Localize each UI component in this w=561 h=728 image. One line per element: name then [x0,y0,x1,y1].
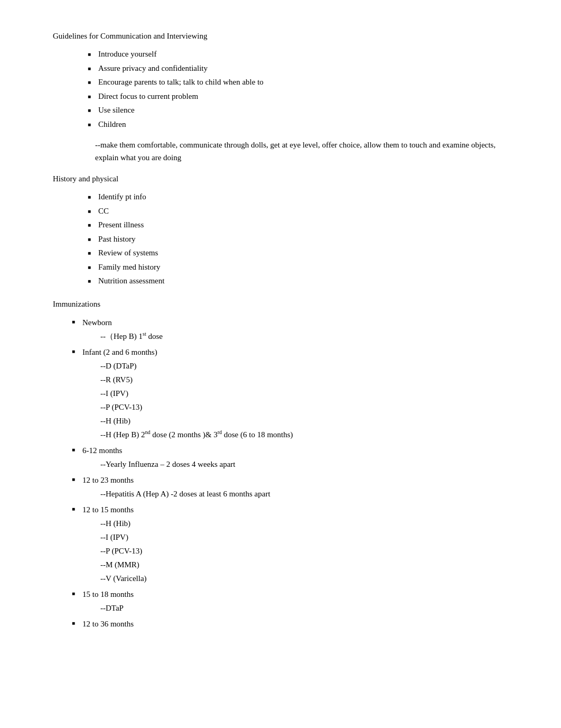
guidelines-list: ■ Introduce yourself ■ Assure privacy an… [53,48,519,130]
imm-sub: --I (IPV) [53,387,519,400]
list-item: ■ Identify pt info [85,191,519,203]
bullet-text: Use silence [98,104,135,116]
bullet-icon: ■ [69,318,78,326]
bullet-text: Children [98,118,126,131]
imm-sub: --P (PCV-13) [53,545,519,557]
imm-item: ■ 12 to 23 months [53,474,519,486]
imm-item: ■ 12 to 15 months [53,503,519,516]
bullet-icon: ■ [85,193,94,201]
imm-15-18: ■ 15 to 18 months --DTaP [53,588,519,614]
bullet-icon: ■ [85,78,94,86]
imm-12-23: ■ 12 to 23 months --Hepatitis A (Hep A) … [53,474,519,500]
imm-item: ■ Newborn [53,316,519,329]
list-item: ■ Children [85,118,519,131]
bullet-icon: ■ [85,106,94,114]
bullet-text: CC [98,205,109,217]
list-item: ■ CC [85,205,519,217]
bullet-text: Direct focus to current problem [98,90,198,103]
imm-sub: --D (DTaP) [53,360,519,372]
bullet-icon: ■ [85,221,94,229]
bullet-icon: ■ [85,121,94,128]
bullet-icon: ■ [85,249,94,257]
imm-label: 12 to 36 months [82,618,134,630]
bullet-icon: ■ [69,347,78,356]
imm-sub: --H (Hep B) 2nd dose (2 months )& 3rd do… [53,428,519,441]
bullet-icon: ■ [85,93,94,100]
imm-label: 6-12 months [82,444,122,457]
list-item: ■ Encourage parents to talk; talk to chi… [85,76,519,88]
list-item: ■ Present illness [85,219,519,231]
bullet-icon: ■ [69,589,78,598]
imm-sub: --P (PCV-13) [53,401,519,413]
section-history: History and physical ■ Identify pt info … [53,174,519,287]
list-item: ■ Nutrition assessment [85,275,519,287]
bullet-icon: ■ [85,64,94,72]
bullet-text: Past history [98,233,135,245]
bullet-text: Encourage parents to talk; talk to child… [98,76,264,88]
imm-sub: --Yearly Influenza – 2 doses 4 weeks apa… [53,458,519,471]
imm-newborn: ■ Newborn --（Hep B) 1st dose [53,316,519,343]
list-item: ■ Direct focus to current problem [85,90,519,103]
imm-item: ■ 6-12 months [53,444,519,457]
imm-infant: ■ Infant (2 and 6 months) --D (DTaP) --R… [53,346,519,441]
bullet-icon: ■ [69,619,78,628]
imm-sub: --（Hep B) 1st dose [53,330,519,343]
list-item: ■ Review of systems [85,247,519,259]
imm-item: ■ 12 to 36 months [53,618,519,630]
imm-sub: --I (IPV) [53,531,519,543]
imm-label: Newborn [82,316,112,329]
list-item: ■ Introduce yourself [85,48,519,60]
imm-label: 15 to 18 months [82,588,134,601]
bullet-icon: ■ [69,446,78,454]
bullet-icon: ■ [85,50,94,58]
imm-label: 12 to 15 months [82,503,134,516]
imm-12-36: ■ 12 to 36 months [53,618,519,630]
history-list: ■ Identify pt info ■ CC ■ Present illnes… [53,191,519,287]
imm-label: 12 to 23 months [82,474,134,486]
list-item: ■ Family med history [85,261,519,273]
imm-sub: --R (RV5) [53,373,519,386]
bullet-text: Present illness [98,219,144,231]
section-guidelines: Guidelines for Communication and Intervi… [53,32,519,164]
bullet-text: Family med history [98,261,161,273]
bullet-text: Introduce yourself [98,48,156,60]
bullet-icon: ■ [69,505,78,513]
guidelines-heading: Guidelines for Communication and Intervi… [53,32,519,41]
bullet-icon: ■ [85,235,94,243]
imm-sub: --H (Hib) [53,414,519,427]
imm-item: ■ 15 to 18 months [53,588,519,601]
bullet-text: Review of systems [98,247,158,259]
bullet-icon: ■ [85,263,94,271]
list-item: ■ Assure privacy and confidentiality [85,62,519,75]
imm-sub: --V (Varicella) [53,572,519,585]
imm-item: ■ Infant (2 and 6 months) [53,346,519,358]
bullet-icon: ■ [85,207,94,215]
imm-sub: --DTaP [53,602,519,614]
imm-12-15: ■ 12 to 15 months --H (Hib) --I (IPV) --… [53,503,519,585]
section-immunizations: Immunizations ■ Newborn --（Hep B) 1st do… [53,300,519,630]
children-sub-note: --make them comfortable, communicate thr… [53,139,519,164]
imm-sub: --M (MMR) [53,558,519,571]
bullet-icon: ■ [85,277,94,285]
immunizations-heading: Immunizations [53,300,519,309]
bullet-text: Assure privacy and confidentiality [98,62,208,75]
bullet-text: Nutrition assessment [98,275,164,287]
imm-label: Infant (2 and 6 months) [82,346,157,358]
imm-6-12: ■ 6-12 months --Yearly Influenza – 2 dos… [53,444,519,471]
imm-sub: --Hepatitis A (Hep A) -2 doses at least … [53,487,519,500]
list-item: ■ Use silence [85,104,519,116]
history-heading: History and physical [53,174,519,183]
bullet-icon: ■ [69,475,78,484]
list-item: ■ Past history [85,233,519,245]
imm-sub: --H (Hib) [53,517,519,530]
bullet-text: Identify pt info [98,191,146,203]
